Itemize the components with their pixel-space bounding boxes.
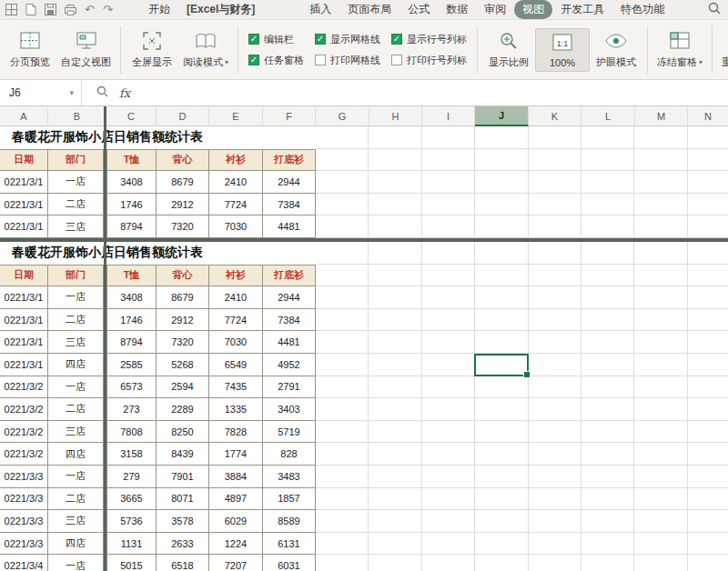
tab-formulas[interactable]: 公式	[399, 0, 438, 19]
tab-review[interactable]: 审阅	[476, 0, 514, 19]
cell[interactable]: 二店	[48, 488, 104, 511]
cell[interactable]: 2944	[263, 286, 316, 309]
cell[interactable]: 三店	[48, 215, 104, 238]
cell[interactable]: 7030	[209, 331, 263, 354]
cell[interactable]: 8794	[106, 215, 157, 238]
spreadsheet-grid[interactable]: ABCDEFGHIJKLMN 春暖花开服饰小店日销售额统计表 日期部门T恤背心衬…	[0, 106, 728, 571]
cell[interactable]: 三店	[48, 421, 104, 444]
cell[interactable]: 2633	[157, 533, 209, 556]
cell[interactable]: 7320	[157, 215, 209, 238]
tab-special-features[interactable]: 特色功能	[612, 0, 672, 19]
tab-insert[interactable]: 插入	[301, 0, 339, 19]
column-header-cell[interactable]: H	[369, 106, 422, 126]
cell[interactable]: 2410	[209, 286, 263, 309]
tab-data[interactable]: 数据	[438, 0, 476, 19]
cell[interactable]: 3483	[263, 466, 316, 488]
cell[interactable]: 1335	[209, 398, 263, 421]
cell[interactable]: 背心	[157, 265, 209, 287]
cell[interactable]: 5015	[106, 555, 157, 571]
cell[interactable]: 7901	[157, 466, 209, 488]
cell[interactable]: 3408	[106, 171, 157, 194]
cell[interactable]: 打底衫	[263, 265, 316, 287]
cell[interactable]: 1774	[209, 443, 263, 466]
cell[interactable]: 1746	[106, 309, 157, 332]
cell[interactable]: 一店	[48, 376, 104, 399]
cell[interactable]: 8071	[157, 488, 209, 511]
cell[interactable]: 1131	[106, 533, 157, 556]
cell[interactable]: 6131	[263, 533, 316, 556]
column-header-cell[interactable]: A	[0, 106, 48, 126]
cell[interactable]: 背心	[157, 149, 209, 172]
cell[interactable]: 2944	[263, 171, 316, 194]
zoom-scale-button[interactable]: 显示比例	[482, 27, 535, 72]
column-header-cell[interactable]: M	[635, 106, 688, 126]
cell[interactable]: 0221/3/3	[0, 533, 48, 556]
redo-icon[interactable]: ↷	[103, 4, 113, 15]
zoom-100-button[interactable]: 1:1 100%	[535, 28, 590, 72]
cell[interactable]: 0221/3/2	[0, 421, 48, 444]
new-file-icon[interactable]	[25, 4, 36, 15]
cell[interactable]: 2791	[263, 376, 316, 399]
cell[interactable]: 0221/3/3	[0, 510, 48, 533]
cell[interactable]: 828	[263, 443, 316, 466]
cell[interactable]: 4897	[209, 488, 263, 511]
selected-cell-J6[interactable]	[474, 354, 529, 376]
cell[interactable]: T恤	[106, 265, 157, 287]
page-break-preview-button[interactable]: 分页预览	[4, 27, 56, 72]
checkbox-show-gridlines[interactable]: 显示网格线	[315, 33, 380, 46]
cell[interactable]: 2594	[157, 376, 209, 399]
cell[interactable]: 3665	[106, 488, 157, 511]
column-header-cell[interactable]: K	[529, 106, 581, 126]
column-header-cell[interactable]: B	[48, 106, 106, 126]
cell[interactable]: 0221/3/1	[0, 215, 48, 238]
cell[interactable]: 二店	[48, 194, 104, 216]
workbook-name-tab[interactable]: [Excel与财务]	[178, 0, 263, 19]
freeze-panes-button[interactable]: 冻结窗格▾	[652, 27, 707, 72]
column-header-cell[interactable]: G	[316, 106, 369, 126]
magnifier-icon[interactable]	[96, 85, 108, 101]
insert-function-fx[interactable]: fx	[119, 86, 130, 100]
cell[interactable]: 1224	[209, 533, 263, 556]
cell[interactable]: 0221/3/2	[0, 443, 48, 466]
cell[interactable]: 一店	[48, 286, 104, 309]
cell[interactable]: 0221/3/3	[0, 488, 48, 511]
cell[interactable]: 2410	[209, 171, 263, 194]
column-header-cell[interactable]: F	[263, 106, 316, 126]
cell[interactable]: 2289	[157, 398, 209, 421]
read-mode-button[interactable]: 阅读模式▾	[178, 27, 233, 72]
full-screen-button[interactable]: 全屏显示	[126, 27, 178, 72]
save-icon[interactable]	[45, 4, 56, 15]
cell[interactable]: 0221/3/1	[0, 309, 48, 332]
cell[interactable]: T恤	[106, 149, 157, 172]
column-header-cell[interactable]: N	[688, 106, 728, 126]
cell[interactable]: 0221/3/1	[0, 171, 48, 194]
cell[interactable]: 4952	[263, 354, 316, 376]
checkbox-print-headings[interactable]: 打印行号列标	[391, 54, 467, 67]
cell[interactable]: 部门	[48, 149, 104, 172]
cell[interactable]: 4481	[263, 331, 316, 354]
cell[interactable]: 7724	[209, 309, 263, 332]
tab-page-layout[interactable]: 页面布局	[339, 0, 399, 19]
cell[interactable]: 日期	[0, 149, 48, 172]
eye-protect-button[interactable]: 护眼模式	[590, 27, 642, 72]
cell[interactable]: 衬衫	[209, 265, 263, 287]
cell[interactable]: 7724	[209, 194, 263, 216]
cell[interactable]: 0221/3/1	[0, 286, 48, 309]
cell[interactable]: 2912	[157, 194, 209, 216]
checkbox-print-gridlines[interactable]: 打印网格线	[315, 54, 380, 67]
checkbox-formula-bar[interactable]: 编辑栏	[248, 33, 304, 46]
cell[interactable]: 4481	[263, 215, 316, 238]
cell[interactable]: 8250	[157, 421, 209, 444]
tab-home[interactable]: 开始	[140, 0, 178, 19]
cell[interactable]: 0221/3/4	[0, 555, 48, 571]
column-header-cell[interactable]: D	[157, 106, 209, 126]
tab-developer[interactable]: 开发工具	[552, 0, 612, 19]
cell[interactable]: 2585	[106, 354, 157, 376]
cell[interactable]: 5719	[263, 421, 316, 444]
cell[interactable]: 部门	[48, 265, 104, 287]
cell[interactable]: 8794	[106, 331, 157, 354]
cell[interactable]: 四店	[48, 354, 104, 376]
column-header-cell[interactable]: E	[209, 106, 263, 126]
cell[interactable]: 二店	[48, 398, 104, 421]
cell[interactable]: 7030	[209, 215, 263, 238]
